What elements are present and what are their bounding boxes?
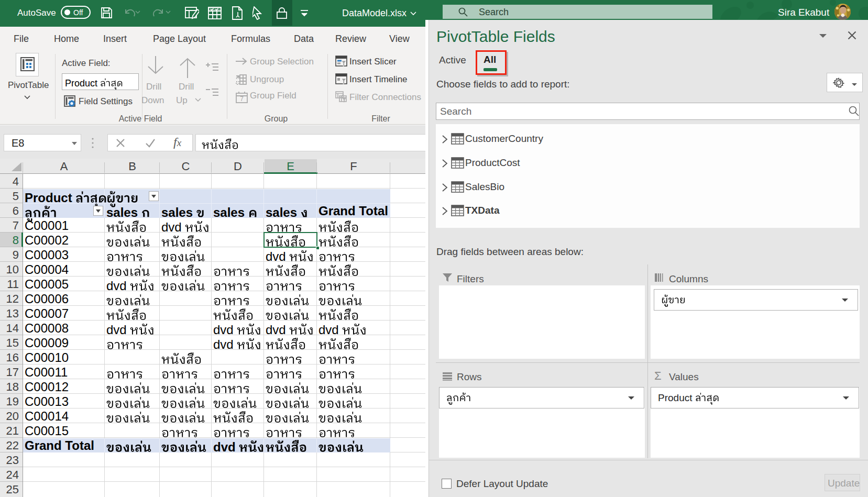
svg-text:7: 7 (240, 95, 244, 103)
